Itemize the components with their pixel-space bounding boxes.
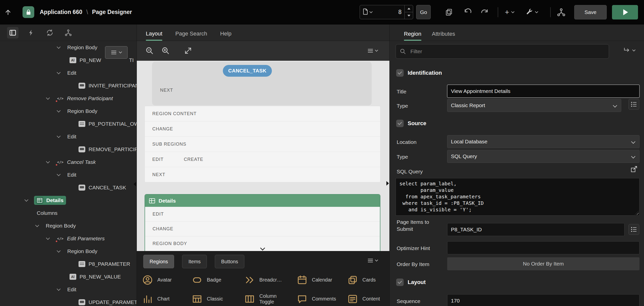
- page-items-list-button[interactable]: [628, 224, 639, 235]
- breadcrumb-app[interactable]: Application 660: [40, 9, 82, 15]
- page-selector[interactable]: 8: [360, 5, 413, 19]
- gallery-item-comments[interactable]: Comments: [296, 292, 336, 306]
- optimizer-hint-input[interactable]: [447, 241, 639, 254]
- source-type-select[interactable]: SQL Query: [447, 150, 639, 163]
- tree-item-remove-participant[interactable]: </>Remove Participant: [0, 92, 137, 105]
- filter-input[interactable]: [396, 44, 609, 59]
- section-toggle-icon[interactable]: [396, 279, 404, 286]
- gallery-item-cards[interactable]: Cards: [347, 273, 376, 287]
- order-by-item-control[interactable]: No Order By Item: [447, 257, 639, 270]
- chevron-down-icon[interactable]: [57, 41, 66, 54]
- shared-components-icon[interactable]: [557, 8, 566, 17]
- section-identification[interactable]: Identification: [396, 69, 442, 77]
- gallery-menu-icon[interactable]: [368, 259, 378, 262]
- rendering-icon[interactable]: [7, 27, 19, 38]
- tree-item-edit-parameters[interactable]: </>Edit Parameters: [0, 232, 137, 245]
- tree-item-region-body[interactable]: Region Body: [0, 105, 137, 117]
- tree-item-p8-potential-ow[interactable]: P8_POTENTIAL_OW: [0, 117, 137, 130]
- tree-item-cancel-task[interactable]: CANCEL_TASK: [0, 181, 137, 194]
- gallery-item-avatar[interactable]: Avatar: [142, 273, 172, 287]
- type-select[interactable]: Classic Report: [447, 99, 621, 112]
- change-slot[interactable]: CHANGE: [145, 121, 380, 137]
- tree-item-edit[interactable]: Edit: [0, 168, 137, 181]
- chevron-down-icon[interactable]: [47, 232, 56, 245]
- sequence-input[interactable]: [447, 294, 639, 306]
- chevron-down-icon[interactable]: [47, 156, 56, 168]
- gallery-tab-buttons[interactable]: Buttons: [215, 255, 244, 268]
- section-toggle-icon[interactable]: [396, 120, 404, 127]
- edit-create-slot[interactable]: EDIT CREATE: [145, 152, 380, 167]
- expand-icon[interactable]: [182, 44, 194, 57]
- page-items-input[interactable]: [447, 223, 624, 236]
- chevron-down-icon[interactable]: [57, 245, 66, 258]
- section-source[interactable]: Source: [396, 120, 426, 127]
- zoom-in-icon[interactable]: [159, 44, 172, 57]
- tree-item-region-body[interactable]: Region Body: [0, 245, 137, 258]
- tree-item-cancel-task[interactable]: </>Cancel Task: [0, 156, 137, 168]
- gallery-item-chart[interactable]: Chart: [142, 292, 170, 306]
- tree-item-region-body[interactable]: Region Body: [0, 219, 137, 232]
- page-select-chevron-icon[interactable]: [370, 10, 373, 13]
- type-list-button[interactable]: [628, 99, 639, 110]
- save-button[interactable]: Save: [574, 5, 607, 19]
- spinner-up-icon[interactable]: [405, 5, 413, 12]
- gallery-tab-regions[interactable]: Regions: [143, 255, 174, 268]
- tree-item-columns[interactable]: Columns: [0, 207, 137, 219]
- region-buttons-area[interactable]: CANCEL_TASK NEXT: [152, 62, 372, 105]
- location-select[interactable]: Local Database: [447, 135, 639, 148]
- tree-item-details[interactable]: Details: [0, 194, 137, 207]
- tab-help[interactable]: Help: [220, 30, 231, 41]
- tree-item-invite-participan[interactable]: INVITE_PARTICIPAN: [0, 79, 137, 92]
- tree-item-update-paramet[interactable]: UPDATE_PARAMET: [0, 296, 137, 306]
- gallery-item-column-toggle[interactable]: Column Toggle: [244, 292, 287, 306]
- tree-context-menu-button[interactable]: [105, 46, 128, 59]
- go-to-group-button[interactable]: [623, 47, 635, 54]
- copy-pages-icon[interactable]: [445, 8, 453, 16]
- gallery-tab-items[interactable]: Items: [182, 255, 207, 268]
- gallery-item-content[interactable]: Content: [347, 292, 380, 306]
- chevron-down-icon[interactable]: [57, 66, 66, 79]
- undo-icon[interactable]: [464, 8, 472, 16]
- cancel-task-button[interactable]: CANCEL_TASK: [223, 65, 272, 77]
- processing-icon[interactable]: [44, 27, 56, 38]
- run-button[interactable]: [612, 5, 638, 19]
- code-editor-expand-button[interactable]: [628, 164, 639, 174]
- create-menu-button[interactable]: +: [505, 8, 514, 16]
- gallery-item-breadcr[interactable]: Breadcr…: [244, 273, 282, 287]
- utilities-menu-button[interactable]: [525, 8, 538, 16]
- title-input[interactable]: [447, 85, 639, 98]
- region-content-slot[interactable]: REGION CONTENT: [145, 106, 380, 121]
- go-button[interactable]: Go: [416, 5, 431, 19]
- details-region[interactable]: Details EDIT CHANGE REGION BODY: [145, 194, 380, 251]
- up-arrow-icon[interactable]: [0, 9, 16, 16]
- tree-item-p8-parameter[interactable]: P8_PARAMETER: [0, 258, 137, 270]
- tree-item-remove-particip[interactable]: REMOVE_PARTICIP: [0, 143, 137, 156]
- chevron-down-icon[interactable]: [47, 92, 56, 105]
- chevron-down-icon[interactable]: [57, 130, 66, 143]
- tab-attributes[interactable]: Attributes: [432, 31, 455, 41]
- collapse-left-panel-handle[interactable]: [134, 182, 136, 186]
- page-shared-components-icon[interactable]: [63, 27, 74, 38]
- tab-layout[interactable]: Layout: [146, 30, 162, 41]
- details-change-slot[interactable]: CHANGE: [145, 222, 380, 236]
- chevron-down-icon[interactable]: [57, 283, 66, 296]
- details-region-header[interactable]: Details: [145, 195, 380, 207]
- chevron-down-icon[interactable]: [25, 194, 34, 207]
- chevron-down-icon[interactable]: [57, 168, 66, 181]
- gallery-item-classic[interactable]: Classic: [191, 292, 223, 306]
- next-slot[interactable]: NEXT: [145, 167, 380, 182]
- tree-item-edit[interactable]: Edit: [0, 283, 137, 296]
- section-layout[interactable]: Layout: [396, 279, 426, 286]
- tree-item-p8-new-value[interactable]: AlP8_NEW_VALUE: [0, 270, 137, 283]
- chevron-down-icon[interactable]: [57, 105, 66, 117]
- details-edit-slot[interactable]: EDIT: [145, 207, 380, 222]
- collapse-center-panel-handle[interactable]: [386, 181, 389, 186]
- sub-regions-slot[interactable]: SUB REGIONS: [145, 137, 380, 152]
- sql-query-editor[interactable]: select param_label, param_value from ape…: [396, 178, 639, 216]
- spinner-down-icon[interactable]: [405, 12, 413, 19]
- tab-page-search[interactable]: Page Search: [175, 30, 207, 41]
- layout-menu-icon[interactable]: [368, 49, 378, 52]
- tab-region[interactable]: Region: [404, 31, 421, 41]
- tree-item-edit[interactable]: Edit: [0, 130, 137, 143]
- page-number[interactable]: 8: [398, 9, 402, 15]
